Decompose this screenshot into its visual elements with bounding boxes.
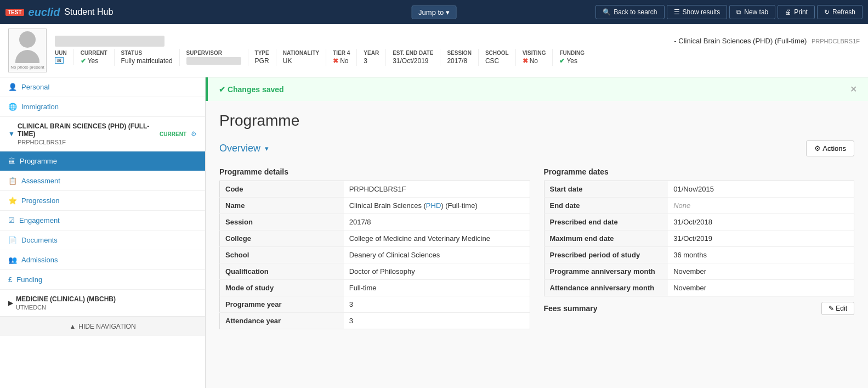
medicine-section-info: MEDICINE (CLINICAL) (MBCHB) UTMEDCN bbox=[16, 295, 116, 311]
prescribed-end-date-value: 31/Oct/2018 bbox=[668, 214, 854, 230]
medicine-section-title: MEDICINE (CLINICAL) (MBCHB) bbox=[16, 295, 116, 303]
current-check-icon: ✔ bbox=[81, 57, 86, 65]
est-end-date-label: EST. END DATE bbox=[393, 50, 433, 56]
nationality-value: UK bbox=[283, 57, 319, 65]
programme-section-info: CLINICAL BRAIN SCIENCES (PHD) (FULL-TIME… bbox=[18, 122, 160, 145]
table-row: Mode of study Full-time bbox=[220, 280, 530, 296]
student-name-blurred bbox=[55, 36, 164, 47]
programme-dates-title: Programme dates bbox=[544, 167, 855, 176]
session-value: 2017/8 bbox=[447, 57, 471, 65]
new-tab-button[interactable]: ⧉ New tab bbox=[729, 5, 775, 19]
programme-dates-table: Start date 01/Nov/2015 End date None Pre… bbox=[544, 181, 855, 296]
table-row: Qualification Doctor of Philosophy bbox=[220, 263, 530, 280]
status-value: Fully matriculated bbox=[121, 57, 173, 65]
mode-of-study-label: Mode of study bbox=[220, 280, 344, 296]
jump-to-button[interactable]: Jump to ▾ bbox=[411, 5, 457, 19]
phd-link[interactable]: PHD bbox=[426, 201, 441, 210]
overview-title: Overview bbox=[219, 143, 260, 154]
current-badge: CURRENT bbox=[160, 131, 186, 137]
programme-dates-section: Programme dates Start date 01/Nov/2015 E… bbox=[544, 167, 855, 329]
programme-details-table: Code PRPHDCLBRS1F Name Clinical Brain Sc… bbox=[219, 181, 530, 329]
programme-section-title: CLINICAL BRAIN SCIENCES (PHD) (FULL-TIME… bbox=[18, 122, 160, 138]
new-tab-icon: ⧉ bbox=[736, 8, 741, 16]
sidebar-medicine-section[interactable]: ▶ MEDICINE (CLINICAL) (MBCHB) UTMEDCN bbox=[0, 290, 205, 317]
supervisor-field: SUPERVISOR bbox=[186, 49, 248, 66]
student-fields: UUN ✉ CURRENT ✔ Yes STATUS Fully matricu… bbox=[55, 49, 860, 66]
qualification-value: Doctor of Philosophy bbox=[344, 263, 530, 280]
programme-details-section: Programme details Code PRPHDCLBRS1F Name… bbox=[219, 167, 530, 329]
session-detail-label: Session bbox=[220, 214, 344, 230]
show-results-button[interactable]: ☰ Show results bbox=[667, 5, 728, 19]
logo-euclid: euclid bbox=[29, 6, 60, 18]
chevron-right-icon: ▶ bbox=[8, 299, 13, 307]
edit-fees-button[interactable]: ✎ Edit bbox=[821, 302, 854, 315]
visiting-cross-icon: ✖ bbox=[523, 57, 528, 65]
end-date-value: None bbox=[668, 198, 854, 214]
attendance-year-value: 3 bbox=[344, 313, 530, 329]
college-value: College of Medicine and Veterinary Medic… bbox=[344, 230, 530, 247]
sidebar-item-admissions[interactable]: 👥 Admissions bbox=[0, 250, 205, 270]
table-row: Prescribed end date 31/Oct/2018 bbox=[544, 214, 854, 230]
supervisor-value bbox=[186, 57, 241, 65]
sidebar-item-assessment[interactable]: 📋 Assessment bbox=[0, 171, 205, 191]
top-navigation: TEST euclid Student Hub Jump to ▾ 🔍 Back… bbox=[0, 0, 868, 24]
programme-nav-icon: 🏛 bbox=[8, 157, 15, 165]
close-banner-button[interactable]: ✕ bbox=[850, 84, 857, 94]
prescribed-period-value: 36 months bbox=[668, 247, 854, 263]
back-to-search-button[interactable]: 🔍 Back to search bbox=[595, 5, 664, 19]
sidebar-item-immigration[interactable]: 🌐 Immigration bbox=[0, 97, 205, 117]
table-row: Programme year 3 bbox=[220, 296, 530, 313]
start-date-value: 01/Nov/2015 bbox=[668, 181, 854, 198]
current-value: ✔ Yes bbox=[81, 57, 107, 65]
main-layout: 👤 Personal 🌐 Immigration ▼ CLINICAL BRAI… bbox=[0, 77, 868, 388]
sidebar-item-engagement[interactable]: ☑ Engagement bbox=[0, 211, 205, 230]
fees-title: Fees summary bbox=[544, 304, 598, 313]
table-row: Prescribed period of study 36 months bbox=[544, 247, 854, 263]
est-end-date-value: 31/Oct/2019 bbox=[393, 57, 433, 65]
sidebar-item-personal[interactable]: 👤 Personal bbox=[0, 77, 205, 97]
settings-icon[interactable]: ⚙ bbox=[191, 130, 197, 138]
school-value: CSC bbox=[485, 57, 509, 65]
two-column-tables: Programme details Code PRPHDCLBRS1F Name… bbox=[219, 167, 854, 329]
programme-heading: Programme bbox=[219, 112, 854, 130]
sidebar-item-programme[interactable]: 🏛 Programme bbox=[0, 151, 205, 171]
app-title: Student Hub bbox=[64, 7, 113, 17]
session-detail-value: 2017/8 bbox=[344, 214, 530, 230]
visiting-label: VISITING bbox=[523, 50, 546, 56]
code-label: Code bbox=[220, 181, 344, 198]
table-row: Code PRPHDCLBRS1F bbox=[220, 181, 530, 198]
print-button[interactable]: 🖨 Print bbox=[778, 5, 815, 19]
sidebar-item-progression[interactable]: ⭐ Progression bbox=[0, 191, 205, 211]
refresh-button[interactable]: ↻ Refresh bbox=[817, 5, 863, 19]
progression-icon: ⭐ bbox=[8, 196, 17, 205]
table-row: Programme anniversary month November bbox=[544, 263, 854, 280]
qualification-label: Qualification bbox=[220, 263, 344, 280]
hide-navigation-button[interactable]: ▲ HIDE NAVIGATION bbox=[0, 317, 205, 336]
tier4-label: TIER 4 bbox=[333, 50, 350, 56]
programme-code-header: PRPHDCLBRS1F bbox=[812, 38, 860, 44]
logo-area: TEST euclid Student Hub bbox=[5, 6, 113, 19]
current-field: CURRENT ✔ Yes bbox=[81, 49, 115, 66]
student-info: - Clinical Brain Sciences (PHD) (Full-ti… bbox=[55, 36, 860, 66]
programme-anniversary-value: November bbox=[668, 263, 854, 280]
medicine-section-row: ▶ MEDICINE (CLINICAL) (MBCHB) UTMEDCN bbox=[8, 295, 197, 311]
funding-field: FUNDING ✔ Yes bbox=[559, 49, 591, 66]
table-row: Name Clinical Brain Sciences (PHD) (Full… bbox=[220, 198, 530, 214]
email-icon[interactable]: ✉ bbox=[55, 57, 64, 64]
programme-content: Programme Overview ▾ ⚙ Actions Programme… bbox=[206, 101, 868, 354]
programme-anniversary-label: Programme anniversary month bbox=[544, 263, 668, 280]
year-value: 3 bbox=[364, 57, 379, 65]
sidebar-programme-section[interactable]: ▼ CLINICAL BRAIN SCIENCES (PHD) (FULL-TI… bbox=[0, 117, 205, 151]
visiting-field: VISITING ✖ No bbox=[523, 49, 553, 66]
programme-details-title: Programme details bbox=[219, 167, 530, 176]
session-field: SESSION 2017/8 bbox=[447, 49, 478, 66]
actions-button[interactable]: ⚙ Actions bbox=[806, 140, 854, 156]
no-photo-label: No photo present bbox=[9, 65, 46, 70]
changes-saved-text: ✔ Changes saved bbox=[219, 85, 284, 94]
list-icon: ☰ bbox=[674, 8, 680, 16]
sidebar-item-funding[interactable]: £ Funding bbox=[0, 270, 205, 290]
avatar-body bbox=[15, 50, 39, 63]
sidebar-item-documents[interactable]: 📄 Documents bbox=[0, 230, 205, 250]
test-badge: TEST bbox=[5, 9, 24, 16]
uun-value: ✉ bbox=[55, 57, 67, 64]
